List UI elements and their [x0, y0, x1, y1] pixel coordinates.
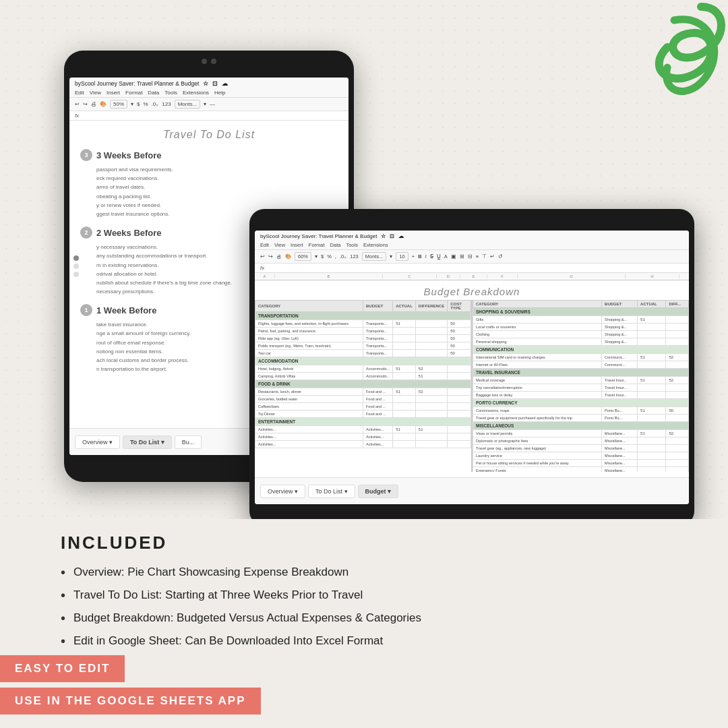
- cell[interactable]: Public transport (eg., Metro, Tram, bus/…: [255, 342, 363, 350]
- cell[interactable]: [448, 373, 471, 380]
- cell[interactable]: Restaurants, lunch, dinner: [255, 388, 363, 396]
- rmenu-insert[interactable]: Insert: [291, 242, 303, 248]
- cell[interactable]: [393, 403, 416, 411]
- cell[interactable]: 50: [448, 320, 471, 328]
- cell[interactable]: Baggage loss or delay: [473, 392, 602, 399]
- cell[interactable]: Shopping &...: [602, 324, 638, 331]
- cell[interactable]: Taxi car: [255, 350, 363, 357]
- cell[interactable]: Flights, luggage fees, and selection, in…: [255, 320, 363, 328]
- cell[interactable]: Activities...: [363, 433, 393, 441]
- rmenu-view[interactable]: View: [274, 242, 285, 248]
- cell[interactable]: [638, 392, 666, 399]
- cell[interactable]: Shopping &...: [602, 338, 638, 346]
- cell[interactable]: 52: [415, 388, 447, 396]
- cell[interactable]: Activities...: [363, 441, 393, 448]
- cell[interactable]: 51: [638, 407, 666, 415]
- ritalic-icon[interactable]: I: [425, 253, 427, 260]
- cell[interactable]: Accommodo...: [363, 365, 393, 373]
- cell[interactable]: 51: [393, 320, 416, 328]
- cell[interactable]: Diplomatic or photographic fees: [473, 437, 602, 445]
- tab-budget-left[interactable]: Bu...: [175, 435, 202, 449]
- rrotate-icon[interactable]: ↺: [498, 253, 503, 260]
- cell[interactable]: Shopping &...: [602, 316, 638, 324]
- font-selector[interactable]: Monts...: [175, 100, 200, 109]
- rmerge-icon[interactable]: ⊟: [468, 253, 473, 260]
- cell[interactable]: [448, 433, 471, 441]
- cell[interactable]: 51: [415, 426, 447, 433]
- font-dropdown[interactable]: ▾: [204, 101, 206, 107]
- cell[interactable]: [448, 426, 471, 433]
- cell[interactable]: Miscellane...: [602, 452, 638, 460]
- cell[interactable]: Travel gear (eg., appliances, new luggag…: [473, 445, 602, 452]
- rplus-icon[interactable]: +: [412, 253, 415, 260]
- cell[interactable]: Porto Bu...: [602, 415, 638, 422]
- cell[interactable]: [666, 324, 689, 331]
- cell[interactable]: Gifts: [473, 316, 602, 324]
- tab-overview[interactable]: Overview ▾: [75, 435, 120, 449]
- menu-data[interactable]: Data: [148, 90, 159, 96]
- menu-extensions[interactable]: Extensions: [183, 90, 209, 96]
- cell[interactable]: 50: [448, 350, 471, 357]
- cell[interactable]: Miscellane...: [602, 460, 638, 467]
- cell[interactable]: Visas or travel permits: [473, 430, 602, 437]
- cell[interactable]: [638, 361, 666, 369]
- cell[interactable]: [393, 350, 416, 357]
- rborder-icon[interactable]: ⊞: [460, 253, 464, 260]
- cell[interactable]: Miscellane...: [602, 467, 638, 473]
- cell[interactable]: [393, 396, 416, 403]
- cell[interactable]: Medical coverage: [473, 377, 602, 384]
- rmenu-tools[interactable]: Tools: [346, 242, 358, 248]
- rmenu-data[interactable]: Data: [330, 242, 341, 248]
- cell[interactable]: Groceries, bottled water: [255, 396, 363, 403]
- rfont-size[interactable]: 10: [396, 252, 408, 261]
- cell[interactable]: 51: [638, 354, 666, 361]
- cell[interactable]: Travel Insur...: [602, 384, 638, 392]
- cell[interactable]: Internet or Wi-Fbes: [473, 361, 602, 369]
- cell[interactable]: 50: [666, 407, 689, 415]
- cell[interactable]: [415, 403, 447, 411]
- cell[interactable]: Personal shopping: [473, 338, 602, 346]
- cell[interactable]: [415, 335, 447, 342]
- cell[interactable]: Miscellane...: [602, 430, 638, 437]
- cell[interactable]: [415, 350, 447, 357]
- menu-insert[interactable]: Insert: [107, 90, 120, 96]
- cell[interactable]: Accommodo...: [363, 373, 393, 380]
- cell[interactable]: 50: [448, 342, 471, 350]
- cell[interactable]: [393, 328, 416, 335]
- menu-format[interactable]: Format: [125, 90, 142, 96]
- cell[interactable]: Porto Bu...: [602, 407, 638, 415]
- cell[interactable]: [638, 415, 666, 422]
- cell[interactable]: Miscellane...: [602, 437, 638, 445]
- zoom-dropdown[interactable]: ▾: [131, 101, 133, 107]
- cell[interactable]: [666, 338, 689, 346]
- cell[interactable]: [666, 437, 689, 445]
- cell[interactable]: Laundry service: [473, 452, 602, 460]
- cell[interactable]: Trip cancellation/interruption: [473, 384, 602, 392]
- cell[interactable]: [415, 441, 447, 448]
- zoom-level[interactable]: 50%: [110, 100, 127, 109]
- cell[interactable]: Commissions, maps: [473, 407, 602, 415]
- paint-icon[interactable]: 🎨: [100, 101, 107, 107]
- cell[interactable]: Transporta...: [363, 320, 393, 328]
- cell[interactable]: [666, 361, 689, 369]
- cell[interactable]: [393, 441, 416, 448]
- cell[interactable]: [638, 338, 666, 346]
- rundo-icon[interactable]: ↩: [260, 253, 265, 260]
- cell[interactable]: Activities...: [363, 426, 393, 433]
- cell[interactable]: [448, 441, 471, 448]
- rcolor-icon[interactable]: A: [444, 253, 448, 260]
- cell[interactable]: Food and ...: [363, 403, 393, 411]
- cell[interactable]: Travel gear or equipment purchased speci…: [473, 415, 602, 422]
- cell[interactable]: Transporta...: [363, 350, 393, 357]
- cell[interactable]: [638, 452, 666, 460]
- cell[interactable]: [666, 452, 689, 460]
- cell[interactable]: Shopping &...: [602, 331, 638, 338]
- rmenu-format[interactable]: Format: [309, 242, 325, 248]
- cell[interactable]: [448, 365, 471, 373]
- rhighlight-icon[interactable]: ▣: [451, 253, 456, 260]
- rzoom-level[interactable]: 60%: [295, 252, 311, 261]
- rtab-todo[interactable]: To Do List ▾: [308, 485, 355, 498]
- cell[interactable]: Communic...: [602, 354, 638, 361]
- cell[interactable]: 52: [666, 377, 689, 384]
- cell[interactable]: [638, 331, 666, 338]
